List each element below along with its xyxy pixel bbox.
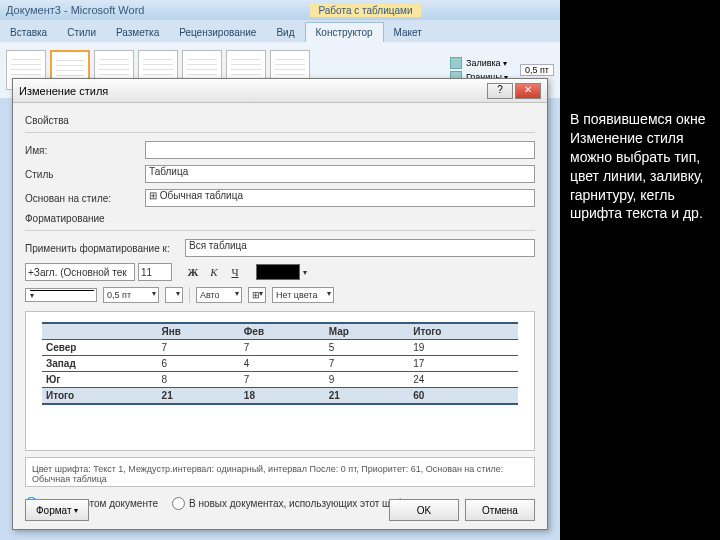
format-menu-button[interactable]: Формат [25,499,89,521]
table-row: Юг87924 [42,372,518,388]
italic-button[interactable]: К [205,263,223,281]
preview-table: Янв Фев Мар Итого Север77519 Запад64717 … [42,322,518,405]
pen-color-select[interactable] [165,287,183,303]
shading-dropdown[interactable]: Заливка [466,58,507,68]
table-preview: Янв Фев Мар Итого Север77519 Запад64717 … [25,311,535,451]
line-weight-select[interactable]: 0,5 пт [103,287,159,303]
apply-to-select[interactable]: Вся таблица [185,239,535,257]
border-grid-select[interactable]: ⊞ [248,287,266,303]
dialog-titlebar: Изменение стиля ? ✕ [13,79,547,103]
cancel-button[interactable]: Отмена [465,499,535,521]
border-toolbar: 0,5 пт Авто ⊞ Нет цвета [25,287,535,303]
ribbon-tabs: Вставка Стили Разметка Рецензирование Ви… [0,20,560,42]
style-type-select[interactable]: Таблица [145,165,535,183]
table-row: Запад64717 [42,356,518,372]
table-tools-context: Работа с таблицами [310,4,420,17]
help-button[interactable]: ? [487,83,513,99]
word-titlebar: Документ3 - Microsoft Word Работа с табл… [0,0,560,20]
bold-button[interactable]: Ж [184,263,202,281]
properties-section-label: Свойства [25,115,535,126]
basedon-label: Основан на стиле: [25,193,145,204]
dialog-title: Изменение стиля [19,85,108,97]
shading-icon [450,57,462,69]
styletype-label: Стиль [25,169,145,180]
table-row: Север77519 [42,340,518,356]
line-weight-box[interactable]: 0,5 пт [520,64,554,76]
style-description: Цвет шрифта: Текст 1, Междустр.интервал:… [25,457,535,487]
modify-style-dialog: Изменение стиля ? ✕ Свойства Имя: Стиль … [12,78,548,530]
ok-button[interactable]: OK [389,499,459,521]
line-style-select[interactable] [25,288,97,302]
table-total-row: Итого21182160 [42,388,518,405]
tab-insert[interactable]: Вставка [0,23,57,42]
font-color-swatch[interactable] [256,264,300,280]
tab-review[interactable]: Рецензирование [169,23,266,42]
underline-button[interactable]: Ч [226,263,244,281]
tab-layout[interactable]: Разметка [106,23,169,42]
font-size-select[interactable]: 11 [138,263,172,281]
tab-design[interactable]: Конструктор [305,22,384,42]
tab-styles[interactable]: Стили [57,23,106,42]
style-name-input[interactable] [145,141,535,159]
name-label: Имя: [25,145,145,156]
formatting-section-label: Форматирование [25,213,535,224]
font-family-select[interactable]: +Загл. (Основной тек [25,263,135,281]
close-button[interactable]: ✕ [515,83,541,99]
document-title: Документ3 - Microsoft Word [6,4,144,16]
applyto-label: Применить форматирование к: [25,243,185,254]
font-toolbar: +Загл. (Основной тек 11 Ж К Ч ▾ [25,263,535,281]
border-preset-select[interactable]: Авто [196,287,242,303]
based-on-select[interactable]: ⊞ Обычная таблица [145,189,535,207]
annotation-text: В появившемся окне Изменение стиля можно… [570,110,710,223]
tab-tablelayout[interactable]: Макет [384,23,432,42]
tab-view[interactable]: Вид [266,23,304,42]
fill-color-select[interactable]: Нет цвета [272,287,334,303]
